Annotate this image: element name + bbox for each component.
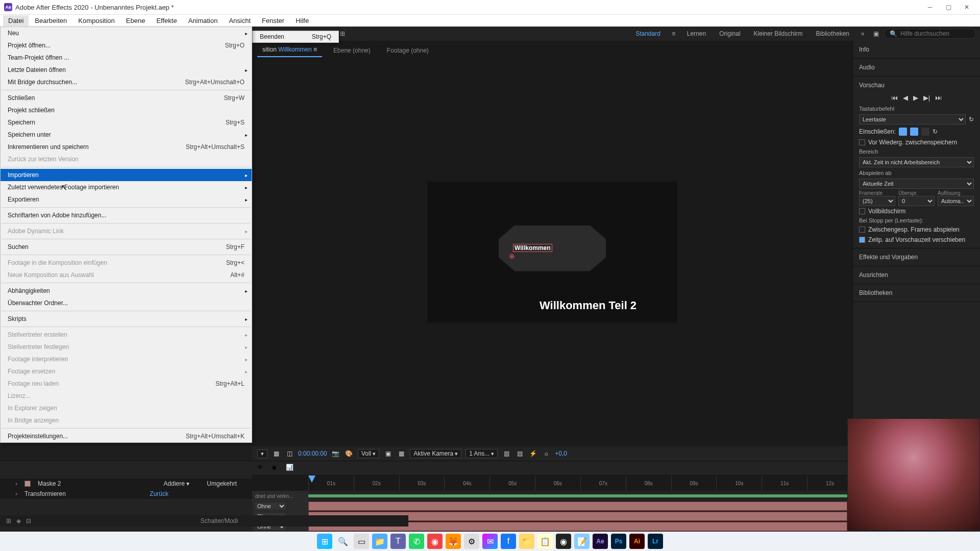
panel-toggle-icon[interactable]: ▣ xyxy=(871,29,881,39)
loop-icon[interactable]: ↻ xyxy=(969,116,974,123)
menu-item-neu[interactable]: Neu▸ xyxy=(1,27,252,39)
prev-frame-button[interactable]: ◀ xyxy=(903,94,908,102)
resolution-dropdown[interactable]: Voll ▾ xyxy=(358,449,379,458)
tree-expand-icon[interactable]: › xyxy=(15,480,17,487)
menu-bearbeiten[interactable]: Bearbeiten xyxy=(30,15,72,26)
pixel-aspect-icon[interactable]: ▤ xyxy=(515,449,524,458)
workspace-original[interactable]: Original xyxy=(714,29,745,39)
tab-menu-icon[interactable]: ≡ xyxy=(313,46,317,53)
timeline-ruler[interactable]: 01s 02s 03s 04s 05s 06s 07s 08s 09s 10s … xyxy=(252,475,852,491)
snapshot-icon[interactable]: 📷 xyxy=(331,449,340,458)
exposure-value[interactable]: +0,0 xyxy=(555,450,567,457)
framerate-select[interactable]: (25) xyxy=(859,196,895,206)
menu-item-exportieren[interactable]: Exportieren▸ xyxy=(1,193,252,206)
workspace-menu-icon[interactable]: ≡ xyxy=(669,29,679,39)
mask-name[interactable]: Maske 2 xyxy=(38,480,61,487)
transform-reset-link[interactable]: Zurück xyxy=(150,490,168,497)
include-audio-icon[interactable] xyxy=(910,128,918,136)
range-select[interactable]: Akt. Zeit in nicht Arbeitsbereich xyxy=(859,157,974,167)
quit-item[interactable]: Beenden Strg+Q xyxy=(253,31,338,42)
illustrator-icon[interactable]: Ai xyxy=(629,534,645,549)
app-icon[interactable]: 📋 xyxy=(537,534,553,549)
panel-preview[interactable]: Vorschau xyxy=(859,80,974,91)
grid-icon[interactable]: ▦ xyxy=(272,449,281,458)
fullscreen-checkbox[interactable] xyxy=(859,208,865,214)
help-search[interactable]: 🔍 Hilfe durchsuchen xyxy=(884,29,976,39)
cache-checkbox[interactable] xyxy=(859,139,865,145)
menu-item-zuletzt-verwendetes-footage-importieren[interactable]: Zuletzt verwendetes Footage importieren▸ xyxy=(1,181,252,193)
preview-viewport[interactable]: Willkommen ⊕ Willkommen Teil 2 xyxy=(252,57,852,446)
teams-icon[interactable]: T xyxy=(390,534,406,549)
shy-icon[interactable]: 👁 xyxy=(257,464,266,473)
region-icon[interactable]: ▣ xyxy=(383,449,393,458)
layer-bar[interactable] xyxy=(308,502,847,511)
menu-item-speichern[interactable]: SpeichernStrg+S xyxy=(1,116,252,129)
fast-preview-icon[interactable]: ⚡ xyxy=(528,449,537,458)
menu-item-schriftarten-von-adobe-hinzuf-gen[interactable]: Schriftarten von Adobe hinzufügen... xyxy=(1,209,252,221)
workspace-kleiner[interactable]: Kleiner Bildschirm xyxy=(749,29,808,39)
menu-datei[interactable]: Datei xyxy=(3,15,29,26)
maximize-button[interactable]: ▢ xyxy=(939,2,958,13)
lightroom-icon[interactable]: Lr xyxy=(648,534,663,549)
taskbar-search-icon[interactable]: 🔍 xyxy=(335,534,351,549)
tab-composition[interactable]: sition Willkommen ≡ xyxy=(257,43,322,57)
folder-icon[interactable]: 📁 xyxy=(519,534,534,549)
panel-effects[interactable]: Effekte und Vorgaben xyxy=(859,252,974,263)
menu-item-projekt-ffnen[interactable]: Projekt öffnen...Strg+O xyxy=(1,39,252,52)
mask-row[interactable]: › Maske 2 Addiere ▾ Umgekehrt xyxy=(0,479,252,489)
close-button[interactable]: ✕ xyxy=(958,2,976,13)
composition-canvas[interactable]: Willkommen ⊕ Willkommen Teil 2 xyxy=(427,182,677,322)
notepad-icon[interactable]: 📝 xyxy=(574,534,590,549)
menu-item-inkrementieren-und-speichern[interactable]: Inkrementieren und speichernStrg+Alt+Ums… xyxy=(1,141,252,153)
menu-effekte[interactable]: Effekte xyxy=(151,15,182,26)
graph-editor-icon[interactable]: 📊 xyxy=(286,464,295,473)
menu-fenster[interactable]: Fenster xyxy=(257,15,289,26)
explorer-icon[interactable]: 📁 xyxy=(372,534,387,549)
menu-item-projekt-schlie-en[interactable]: Projekt schließen xyxy=(1,104,252,116)
panel-align[interactable]: Ausrichten xyxy=(859,269,974,281)
menu-item-letzte-dateien-ffnen[interactable]: Letzte Dateien öffnen▸ xyxy=(1,64,252,76)
menu-item-abh-ngigkeiten[interactable]: Abhängigkeiten▸ xyxy=(1,285,252,297)
exposure-icon[interactable]: ☼ xyxy=(542,449,551,458)
transparency-icon[interactable]: ▦ xyxy=(397,449,406,458)
motion-blur-icon[interactable]: ◉ xyxy=(272,464,281,473)
tab-footage[interactable]: Footage (ohne) xyxy=(382,44,434,57)
menu-item-skripts[interactable]: Skripts▸ xyxy=(1,313,252,325)
menu-item-speichern-unter[interactable]: Speichern unter▸ xyxy=(1,129,252,141)
shortcut-select[interactable]: Leertaste xyxy=(859,114,966,124)
current-time[interactable]: 0:00:00:00 xyxy=(298,450,327,457)
first-frame-button[interactable]: ⏮ xyxy=(891,94,898,102)
panel-libraries[interactable]: Bibliotheken xyxy=(859,287,974,298)
messenger-icon[interactable]: ✉ xyxy=(482,534,498,549)
photoshop-icon[interactable]: Ps xyxy=(611,534,626,549)
channel-icon[interactable]: 🎨 xyxy=(345,449,354,458)
tab-layer[interactable]: Ebene (ohne) xyxy=(328,44,376,57)
menu-ansicht[interactable]: Ansicht xyxy=(224,15,256,26)
panel-info[interactable]: Info xyxy=(859,44,974,55)
mask-mode[interactable]: Addiere ▾ xyxy=(164,480,190,487)
app-icon[interactable]: ⚙ xyxy=(464,534,479,549)
workspace-standard[interactable]: Standard xyxy=(630,29,666,39)
menu-item-berwachter-ordner[interactable]: Überwachter Ordner... xyxy=(1,297,252,309)
menu-item-mit-bridge-durchsuchen[interactable]: Mit Bridge durchsuchen...Strg+Alt+Umscha… xyxy=(1,76,252,88)
menu-ebene[interactable]: Ebene xyxy=(121,15,151,26)
workspace-bibliotheken[interactable]: Bibliotheken xyxy=(811,29,854,39)
menu-item-suchen[interactable]: SuchenStrg+F xyxy=(1,241,252,253)
task-view-icon[interactable]: ▭ xyxy=(354,534,369,549)
switches-modes-toggle[interactable]: Schalter/Modi xyxy=(36,517,402,524)
menu-komposition[interactable]: Komposition xyxy=(73,15,120,26)
movetime-checkbox[interactable] xyxy=(859,237,865,243)
app-icon[interactable]: ◉ xyxy=(427,534,443,549)
menu-item-projekteinstellungen[interactable]: Projekteinstellungen...Strg+Alt+Umschalt… xyxy=(1,430,252,442)
zoom-dropdown[interactable]: ▾ xyxy=(257,449,267,458)
panel-audio[interactable]: Audio xyxy=(859,62,974,73)
minimize-button[interactable]: ─ xyxy=(921,2,939,13)
anchor-point-icon[interactable]: ⊕ xyxy=(509,252,515,260)
workspace-lernen[interactable]: Lernen xyxy=(682,29,711,39)
transform-row[interactable]: › Transformieren Zurück xyxy=(0,489,252,499)
footer-icon[interactable]: ◈ xyxy=(16,517,21,524)
play-button[interactable]: ▶ xyxy=(913,94,918,102)
resolution-select[interactable]: Automa... xyxy=(938,196,974,206)
mask-toggle-icon[interactable]: ◫ xyxy=(285,449,294,458)
views-dropdown[interactable]: 1 Ans... ▾ xyxy=(465,449,498,458)
